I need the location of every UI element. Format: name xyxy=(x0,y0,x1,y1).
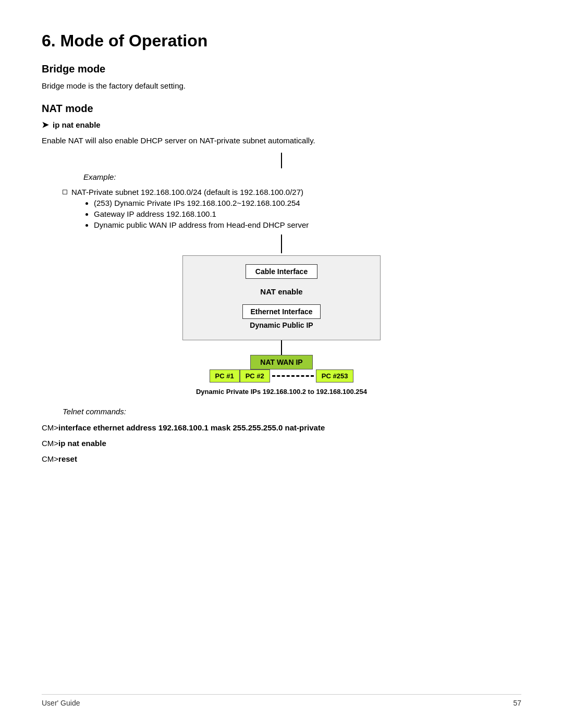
bullet-item-1: (253) Dynamic Private IPs 192.168.100.2~… xyxy=(94,199,521,207)
bridge-mode-body: Bridge mode is the factory default setti… xyxy=(42,80,521,92)
middle-connector-line xyxy=(281,340,282,355)
vertical-divider xyxy=(281,153,282,168)
dashed-connector xyxy=(272,375,314,377)
dynamic-public-ip-label: Dynamic Public IP xyxy=(250,321,313,329)
bullet-item-2: Gateway IP address 192.168.100.1 xyxy=(94,209,521,218)
nat-mode-section: NAT mode ➤ ip nat enable Enable NAT will… xyxy=(42,103,521,466)
cmd3-prefix: CM> xyxy=(42,454,58,463)
footer-left-label: User' Guide xyxy=(42,699,80,707)
command-line-3: CM>reset xyxy=(42,453,521,465)
example-bullets: (253) Dynamic Private IPs 192.168.100.2~… xyxy=(94,199,521,229)
ethernet-interface-box: Ethernet Interface xyxy=(242,304,320,319)
ip-nat-enable-label: ip nat enable xyxy=(53,120,101,129)
footer-page-number: 57 xyxy=(513,699,521,707)
example-main-text: NAT-Private subnet 192.168.100.0/24 (def… xyxy=(71,188,303,196)
pc-row: PC #1 PC #2 PC #253 xyxy=(210,369,354,382)
command-line-2: CM>ip nat enable xyxy=(42,437,521,450)
diagram-outer-box: Cable Interface NAT enable Ethernet Inte… xyxy=(182,255,381,340)
nat-wan-ip-box: NAT WAN IP xyxy=(250,355,312,369)
example-main-item: NAT-Private subnet 192.168.100.0/24 (def… xyxy=(63,188,521,196)
top-connector-line xyxy=(281,235,282,253)
telnet-section: Telnet commands: CM>interface ethernet a… xyxy=(42,406,521,466)
command-line-1: CM>interface ethernet address 192.168.10… xyxy=(42,422,521,434)
example-main-list: NAT-Private subnet 192.168.100.0/24 (def… xyxy=(63,188,521,196)
bridge-mode-section: Bridge mode Bridge mode is the factory d… xyxy=(42,63,521,92)
pc2-box: PC #2 xyxy=(240,369,270,382)
telnet-label: Telnet commands: xyxy=(63,406,521,418)
ip-nat-enable-description: Enable NAT will also enable DHCP server … xyxy=(42,135,521,147)
chapter-title: 6. Mode of Operation xyxy=(42,31,521,51)
cable-interface-label: Cable Interface xyxy=(255,267,308,276)
cable-interface-box: Cable Interface xyxy=(246,264,317,279)
nat-diagram: Cable Interface NAT enable Ethernet Inte… xyxy=(156,235,407,396)
cmd3-bold: reset xyxy=(58,454,77,463)
bridge-mode-title: Bridge mode xyxy=(42,63,521,75)
ethernet-interface-label: Ethernet Interface xyxy=(250,307,312,316)
cmd1-prefix: CM> xyxy=(42,423,58,432)
pc253-box: PC #253 xyxy=(316,369,354,382)
example-block: Example: NAT-Private subnet 192.168.100.… xyxy=(63,171,521,229)
cmd2-bold: ip nat enable xyxy=(58,439,106,448)
footer: User' Guide 57 xyxy=(42,694,521,707)
diagram-caption: Dynamic Private IPs 192.168.100.2 to 192… xyxy=(196,388,367,396)
ip-nat-enable-header: ➤ ip nat enable xyxy=(42,120,521,130)
cmd2-prefix: CM> xyxy=(42,439,58,448)
nat-wan-ip-label: NAT WAN IP xyxy=(260,358,302,366)
nat-enable-label: NAT enable xyxy=(260,287,302,296)
example-label: Example: xyxy=(83,171,521,183)
square-bullet-icon xyxy=(63,190,67,194)
nat-mode-title: NAT mode xyxy=(42,103,521,115)
bullet-item-3: Dynamic public WAN IP address from Head-… xyxy=(94,220,521,229)
cmd1-bold: interface ethernet address 192.168.100.1… xyxy=(58,423,325,432)
arrow-icon: ➤ xyxy=(42,120,48,130)
pc1-box: PC #1 xyxy=(210,369,240,382)
page: 6. Mode of Operation Bridge mode Bridge … xyxy=(0,0,563,728)
